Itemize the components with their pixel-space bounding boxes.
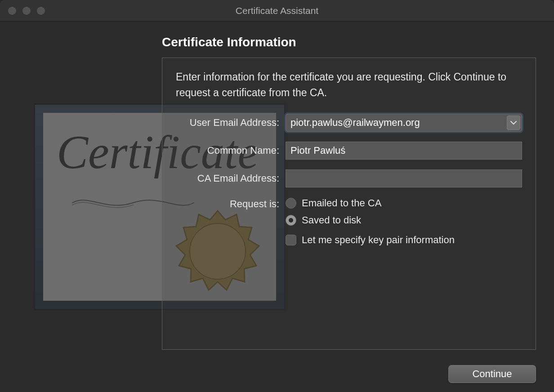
zoom-window-button[interactable]	[37, 7, 45, 15]
radio-option-saved[interactable]: Saved to disk	[286, 214, 522, 226]
checkbox-label-specify: Let me specify key pair information	[302, 234, 455, 246]
window-title: Certificate Assistant	[0, 5, 554, 16]
radio-button-saved[interactable]	[286, 215, 296, 226]
close-window-button[interactable]	[8, 7, 16, 15]
user-email-combo[interactable]	[286, 114, 522, 132]
footer: Continue	[18, 359, 536, 383]
checkbox-specify-keypair[interactable]	[286, 235, 296, 245]
radio-label-saved: Saved to disk	[302, 214, 361, 226]
minimize-window-button[interactable]	[22, 7, 31, 15]
ca-email-label: CA Email Address:	[176, 173, 279, 184]
continue-button[interactable]: Continue	[448, 365, 536, 383]
common-name-input[interactable]	[286, 142, 522, 160]
user-email-label: User Email Address:	[176, 117, 279, 129]
page-heading: Certificate Information	[162, 35, 536, 49]
chevron-down-icon	[510, 121, 517, 125]
ca-email-input[interactable]	[286, 169, 522, 187]
traffic-lights	[8, 7, 45, 15]
content-area: Certificate	[0, 22, 554, 392]
instruction-text: Enter information for the certificate yo…	[176, 69, 522, 100]
form-panel: Enter information for the certificate yo…	[162, 58, 536, 350]
window: Certificate Assistant Certificate	[0, 0, 554, 392]
radio-button-emailed[interactable]	[286, 198, 296, 209]
user-email-dropdown-button[interactable]	[507, 116, 520, 130]
certificate-form: User Email Address: Common Name: CA Emai…	[176, 114, 522, 246]
common-name-label: Common Name:	[176, 145, 279, 156]
titlebar: Certificate Assistant	[0, 0, 554, 22]
checkbox-option-specify[interactable]: Let me specify key pair information	[286, 234, 522, 246]
radio-option-emailed[interactable]: Emailed to the CA	[286, 197, 522, 209]
radio-label-emailed: Emailed to the CA	[302, 197, 381, 209]
request-is-label: Request is:	[176, 197, 279, 210]
user-email-input[interactable]	[286, 114, 522, 132]
